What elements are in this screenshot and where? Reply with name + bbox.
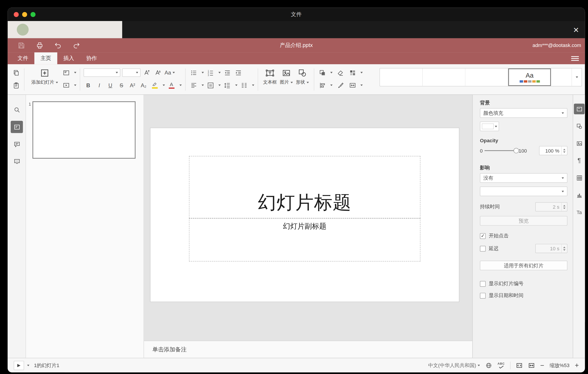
undo-button[interactable] [54,41,62,49]
tab-insert[interactable]: 插入 [57,52,80,64]
shape-button[interactable]: 形状 [294,67,311,91]
hamburger-menu-icon[interactable] [571,55,579,62]
bold-button[interactable]: B [84,81,93,90]
redo-button[interactable] [73,41,80,49]
comments-button[interactable] [11,138,23,150]
minimize-window-button[interactable] [22,12,27,17]
title-placeholder[interactable]: 幻灯片标题 [189,156,420,218]
slides-panel-button[interactable] [11,121,23,133]
chat-button[interactable] [11,155,23,167]
zoom-in-button[interactable]: + [575,362,579,369]
copy-button[interactable] [11,68,21,77]
highlight-color-button[interactable] [150,81,159,90]
increase-indent-button[interactable] [234,68,243,77]
search-button[interactable] [11,104,23,116]
slide-layout-button[interactable] [62,68,71,77]
print-button[interactable] [36,41,43,49]
strikethrough-button[interactable]: S [117,81,126,90]
document-language-button[interactable]: 中文(中华人民共和国) [428,362,480,369]
fit-width-button[interactable] [528,362,535,369]
notes-area[interactable]: 单击添加备注 [144,341,472,358]
increase-font-button[interactable] [142,68,151,77]
save-button[interactable] [18,41,25,49]
background-fill-select[interactable]: 颜色填充 [480,108,567,118]
theme-tile-2[interactable] [423,68,465,86]
slide-canvas[interactable]: 幻灯片标题 幻灯片副标题 [144,95,472,341]
chart-settings-button[interactable] [574,190,585,200]
underline-button[interactable]: U [106,81,115,90]
bullets-button[interactable] [189,68,198,77]
color-scheme-button[interactable] [348,68,357,77]
copy-style-button[interactable] [336,81,345,90]
clear-style-button[interactable] [336,68,345,77]
start-slideshow-button[interactable] [62,81,71,90]
zoom-out-button[interactable]: − [540,362,544,369]
add-slide-button[interactable]: 添加幻灯片 [28,67,62,91]
opacity-slider[interactable] [484,148,517,153]
subscript-button[interactable]: A₂ [139,81,148,90]
image-button[interactable]: 图片 [278,67,294,91]
background-color-swatch [482,123,494,129]
duration-spinner[interactable]: 2 s [535,202,567,211]
horizontal-align-button[interactable] [189,81,198,90]
paste-button[interactable] [11,81,21,90]
start-on-click-checkbox[interactable]: ✓ [480,233,486,239]
image-settings-button[interactable] [574,138,585,149]
apply-to-all-slides-button[interactable]: 适用于所有幻灯片 [480,261,567,270]
slide[interactable]: 幻灯片标题 幻灯片副标题 [150,128,459,302]
tab-file[interactable]: 文件 [11,52,34,64]
show-slide-number-checkbox[interactable] [480,281,486,286]
columns-button[interactable] [240,81,249,90]
show-date-time-row[interactable]: 显示日期和时间 [480,292,567,299]
shape-settings-button[interactable] [574,121,585,132]
font-name-select[interactable] [84,68,120,77]
spell-check-button[interactable]: ABC [497,362,505,369]
theme-gallery-expand-button[interactable] [572,68,581,86]
font-color-button[interactable]: A [167,81,176,90]
arrange-shape-button[interactable] [318,68,327,77]
table-settings-button[interactable] [574,173,585,183]
delay-checkbox[interactable] [480,246,486,252]
show-date-time-checkbox[interactable] [480,293,486,298]
textbox-button[interactable]: 文本框 [262,67,278,91]
subtitle-placeholder[interactable]: 幻灯片副标题 [189,218,420,262]
start-on-click-row[interactable]: ✓ 开始点击 [480,232,567,239]
numbering-button[interactable]: 123 [206,68,215,77]
start-slideshow-status-button[interactable]: ▶ [14,361,24,370]
decrease-font-button[interactable] [154,68,163,77]
slide-size-button[interactable] [348,81,357,90]
preview-button[interactable]: 预览 [480,216,567,226]
decrease-indent-button[interactable] [222,68,232,77]
delay-spinner[interactable]: 10 s [535,244,567,253]
font-size-select[interactable] [122,68,140,77]
align-shape-button[interactable] [318,81,327,90]
slideshow-options-caret[interactable] [27,365,29,366]
theme-tile-selected[interactable]: Aa [508,68,551,86]
change-case-button[interactable]: Aa [165,68,175,77]
slide-thumbnail[interactable] [32,101,135,159]
tab-home[interactable]: 主页 [34,52,57,64]
effect-select[interactable]: 没有 [480,173,567,183]
maximize-window-button[interactable] [31,12,35,17]
fit-slide-button[interactable] [516,362,523,369]
opacity-slider-knob[interactable] [514,148,519,153]
theme-tile-1[interactable] [380,68,423,86]
close-dialog-button[interactable]: × [573,25,579,34]
background-color-picker[interactable] [480,121,499,131]
slide-settings-button[interactable] [574,104,585,114]
tab-collaboration[interactable]: 协作 [80,52,103,64]
paragraph-settings-button[interactable]: ¶ [574,155,585,166]
delay-row[interactable]: 延迟 10 s [480,244,567,253]
close-window-button[interactable] [14,12,19,17]
opacity-spinner[interactable]: 100 % [539,146,567,155]
theme-tile-3[interactable] [465,68,508,86]
line-spacing-button[interactable] [222,81,232,90]
theme-sample-text: Aa [526,72,534,78]
textart-settings-button[interactable]: Ta [574,207,585,218]
vertical-align-button[interactable] [206,81,215,90]
italic-button[interactable]: I [95,81,104,90]
effect-type-select[interactable] [480,187,567,196]
superscript-button[interactable]: A² [128,81,137,90]
set-language-button[interactable] [485,362,492,369]
show-slide-number-row[interactable]: 显示幻灯片编号 [480,280,567,287]
